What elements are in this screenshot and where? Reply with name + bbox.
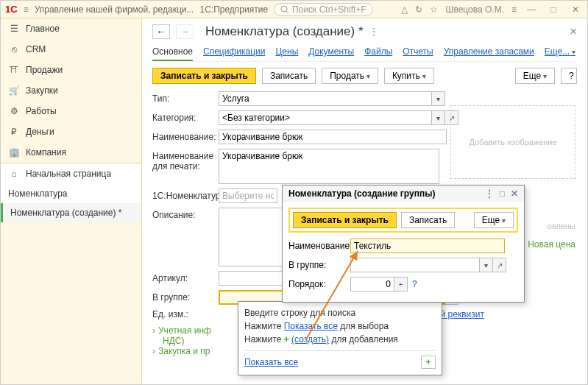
page-title: Номенклатура (создание) * (205, 24, 364, 39)
more-menu-icon[interactable]: ⋮ (369, 27, 378, 37)
name-field[interactable] (219, 130, 447, 144)
tab-more[interactable]: Еще... (545, 43, 575, 61)
history-icon[interactable]: ↻ (415, 4, 422, 15)
desc-label: Описание: (152, 208, 219, 220)
popup-order-field[interactable] (350, 277, 394, 292)
popup-more-button[interactable]: Еще (474, 212, 514, 228)
logo-1c: 1C (5, 4, 18, 15)
popup-group-field[interactable] (350, 258, 480, 272)
titlebar: 1C ≡ Управление нашей фирмой, редакци...… (1, 1, 587, 18)
nav-nomenclature-create[interactable]: Номенклатура (создание) * (1, 203, 141, 222)
print-name-label: Наименование для печати: (152, 149, 219, 172)
help-button[interactable]: ? (561, 68, 577, 84)
minimize-button[interactable]: — (524, 4, 539, 15)
vat-link[interactable]: НДС) (163, 336, 184, 346)
tab-prices[interactable]: Цены (275, 43, 298, 61)
home-icon: ☰ (8, 23, 20, 35)
nav-sales[interactable]: ⛩Продажи (1, 60, 141, 80)
nav-purchases[interactable]: 🛒Закупки (1, 80, 141, 101)
type-field[interactable] (219, 91, 432, 106)
group-create-popup: Номенклатура (создание группы) ⋮ □ ✕ Зап… (282, 185, 525, 303)
svg-line-1 (286, 11, 288, 13)
tab-stock[interactable]: Управление запасами (444, 43, 534, 61)
user-name[interactable]: Швецова О.М. (445, 4, 504, 15)
popup-name-label: Наименование: (288, 241, 350, 251)
popup-more-icon[interactable]: ⋮ (485, 188, 494, 199)
nav-money[interactable]: ₽Деньги (1, 121, 141, 142)
updated-note: овлены (548, 222, 575, 230)
buy-button[interactable]: Купить (384, 68, 434, 84)
print-name-field[interactable]: Укорачивание брюк (219, 149, 439, 184)
menu-icon[interactable]: ≡ (24, 4, 29, 15)
sales-icon: ⛩ (8, 64, 20, 76)
maximize-button[interactable]: □ (546, 4, 561, 15)
add-button[interactable]: + (421, 356, 436, 369)
popup-save-button[interactable]: Записать (401, 212, 455, 228)
type-label: Тип: (152, 93, 219, 104)
sidebar: ☰Главное ⎋CRM ⛩Продажи 🛒Закупки ⚙Работы … (1, 18, 142, 384)
help-icon[interactable]: ? (412, 279, 417, 289)
category-label: Категория: (152, 113, 219, 123)
category-field[interactable] (219, 110, 432, 125)
tab-docs[interactable]: Документы (308, 43, 354, 61)
image-placeholder[interactable]: Добавить изображение (450, 105, 575, 179)
tab-files[interactable]: Файлы (364, 43, 392, 61)
cart-icon: 🛒 (8, 85, 20, 96)
name-label: Наименование: (152, 132, 219, 142)
new-price-link[interactable]: + Новая цена (520, 239, 575, 250)
nav-nomenclature[interactable]: Номенклатура (1, 184, 141, 203)
star-icon[interactable]: ☆ (430, 4, 438, 15)
popup-group-open-icon[interactable]: ↗ (493, 258, 506, 272)
house-icon: ⌂ (8, 168, 20, 180)
popup-group-label: В группе: (288, 260, 350, 270)
category-dropdown-icon[interactable]: ▾ (432, 110, 445, 125)
nav-start-page[interactable]: ⌂Начальная страница (1, 163, 141, 184)
nom-field[interactable] (219, 188, 277, 203)
search-hint-1: Введите строку для поиска (244, 308, 436, 318)
unit-label: Ед. изм.: (152, 309, 219, 319)
crm-icon: ⎋ (8, 43, 20, 55)
tab-main[interactable]: Основное (152, 43, 193, 61)
nav-main[interactable]: ☰Главное (1, 18, 141, 39)
nav-works[interactable]: ⚙Работы (1, 101, 141, 121)
search-icon (280, 5, 289, 14)
forward-button[interactable]: → (176, 24, 194, 39)
more-button[interactable]: Еще (515, 68, 555, 84)
sell-button[interactable]: Продать (322, 68, 378, 84)
popup-group-dropdown-icon[interactable]: ▾ (480, 258, 493, 272)
show-all-link[interactable]: Показать все (284, 321, 338, 331)
popup-title: Номенклатура (создание группы) (288, 188, 435, 199)
popup-save-close-button[interactable]: Записать и закрыть (293, 212, 397, 228)
article-label: Артикул: (152, 273, 219, 283)
group-label: В группе: (152, 292, 219, 303)
type-dropdown-icon[interactable]: ▾ (432, 91, 445, 106)
plus-icon: + (284, 334, 291, 345)
close-button[interactable]: ✕ (568, 4, 583, 15)
nav-crm[interactable]: ⎋CRM (1, 39, 141, 60)
popup-max-icon[interactable]: □ (500, 188, 505, 199)
nav-company[interactable]: 🏢Компания (1, 142, 141, 163)
footer-show-all-link[interactable]: Показать все (244, 357, 298, 367)
app-name: 1С:Предприятие (199, 4, 268, 15)
purchase-link[interactable]: Закупка и пр (158, 346, 210, 356)
global-search[interactable]: Поиск Ctrl+Shift+F (274, 3, 373, 16)
close-page-button[interactable]: ✕ (570, 27, 577, 37)
spinner-icon[interactable]: ÷ (394, 277, 408, 292)
nom-label: 1С:Номенклатура: (152, 191, 219, 201)
back-button[interactable]: ← (152, 24, 170, 39)
save-close-button[interactable]: Записать и закрыть (152, 68, 256, 84)
popup-close-icon[interactable]: ✕ (511, 188, 518, 199)
tab-reports[interactable]: Отчеты (403, 43, 433, 61)
save-button[interactable]: Записать (262, 68, 316, 84)
tabs: Основное Спецификации Цены Документы Фай… (152, 43, 577, 62)
tab-specs[interactable]: Спецификации (203, 43, 265, 61)
search-dropdown: Введите строку для поиска Нажмите Показа… (238, 301, 442, 375)
create-link[interactable]: (создать) (291, 334, 329, 345)
popup-name-field[interactable] (350, 239, 505, 253)
gear-icon: ⚙ (8, 105, 20, 117)
accounting-link[interactable]: Учетная инф (158, 325, 211, 336)
notifications-icon[interactable]: △ (401, 4, 408, 15)
settings-icon[interactable]: ≡ (511, 4, 517, 15)
app-title: Управление нашей фирмой, редакци... (35, 4, 194, 15)
svg-point-0 (281, 6, 287, 12)
